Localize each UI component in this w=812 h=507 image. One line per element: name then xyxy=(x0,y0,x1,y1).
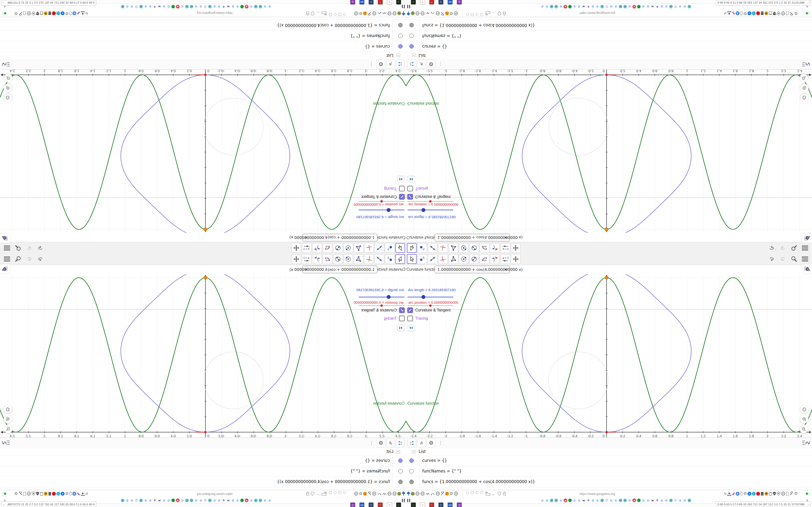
graphics-view[interactable]: -2.4-2.2-2-1.8-1.6-1.4-1.2-1-0.8-0.6-0.4… xyxy=(0,274,406,438)
globe-icon[interactable] xyxy=(415,11,420,16)
square-dot-icon[interactable] xyxy=(471,491,474,494)
ring-dot-icon[interactable] xyxy=(475,13,478,16)
tab-favicon-google-g[interactable]: G xyxy=(213,5,216,8)
algebra-row-curves[interactable]: curves = {} xyxy=(406,455,812,466)
firefox-icon[interactable]: ☄ xyxy=(445,12,449,15)
line-tool[interactable] xyxy=(428,254,438,264)
angle-tool[interactable]: α xyxy=(323,243,332,253)
tab-favicon-info-gray[interactable]: ⓘ xyxy=(674,499,677,502)
tab-favicon-google-g[interactable]: G xyxy=(199,499,203,502)
arc-icon[interactable] xyxy=(430,491,435,496)
kebab-menu-icon[interactable]: ⋮ xyxy=(437,60,445,68)
terminal-app[interactable]: > xyxy=(396,502,401,507)
function-dropdown[interactable]: 1.000000000000 + cos(4.000000000000 x) ▼ xyxy=(302,234,377,241)
globe-icon[interactable] xyxy=(27,11,31,16)
ring-dot-icon[interactable] xyxy=(343,13,346,16)
point-tool[interactable]: A xyxy=(385,243,395,253)
arc-position-slider-knob[interactable] xyxy=(429,200,432,203)
arc-position-slider-knob[interactable] xyxy=(429,304,432,307)
tab-favicon-google-g[interactable]: G xyxy=(559,5,563,8)
tab-favicon-google-g[interactable]: G xyxy=(236,499,239,502)
gear-icon[interactable]: ⚙ xyxy=(450,491,453,496)
polygon-tool[interactable] xyxy=(354,254,363,264)
tab-favicon-purple-flower[interactable]: ❉ xyxy=(655,5,659,8)
tab-favicon-yandex[interactable]: Я xyxy=(564,5,567,8)
point-tool[interactable]: A xyxy=(417,254,427,264)
trash-icon[interactable] xyxy=(48,12,51,15)
pin-blue-icon[interactable] xyxy=(402,491,406,496)
tab-favicon-info-gray[interactable]: ⓘ xyxy=(203,499,207,502)
arrow-cyan-icon[interactable]: ↓ xyxy=(56,12,60,15)
tree-view-icon[interactable] xyxy=(407,60,416,68)
algebra-panel-icon[interactable] xyxy=(802,439,810,447)
tab-favicon-google-g[interactable]: G xyxy=(628,499,631,502)
tab-favicon-google-g[interactable]: G xyxy=(683,5,687,8)
lock-icon[interactable] xyxy=(503,10,506,15)
shield-badge-icon[interactable] xyxy=(32,492,35,496)
search-icon[interactable] xyxy=(14,244,22,251)
shield-dark-icon[interactable]: UO xyxy=(773,11,776,15)
refresh-icon[interactable]: ↻ xyxy=(724,12,727,15)
graphics-stylebar-toggle[interactable] xyxy=(0,233,10,243)
tab-favicon-green-ball[interactable]: ☃ xyxy=(240,499,244,502)
ring-dot-icon[interactable] xyxy=(466,13,469,16)
refresh-icon[interactable]: ↻ xyxy=(85,12,88,15)
url-text[interactable]: https://www.geogebra.org xyxy=(579,11,615,15)
tab-favicon-google-g[interactable]: G xyxy=(181,5,184,8)
redo-icon[interactable] xyxy=(26,256,33,263)
move-tool[interactable] xyxy=(407,243,417,253)
home-button[interactable] xyxy=(800,405,808,413)
record-red-icon[interactable] xyxy=(52,492,56,496)
point-tool[interactable]: A xyxy=(385,254,395,264)
refresh-icon[interactable]: ↻ xyxy=(85,492,88,496)
search-icon[interactable] xyxy=(14,256,22,263)
tab-favicon-globe-teal[interactable]: ◎ xyxy=(121,499,124,502)
tab-favicon-globe-teal[interactable]: ◎ xyxy=(554,499,558,502)
shield-dark-icon[interactable]: UO xyxy=(36,492,39,496)
tab-favicon-google-g[interactable]: G xyxy=(162,499,166,502)
zoom-in-button[interactable] xyxy=(4,415,12,423)
globe-icon[interactable] xyxy=(436,11,440,16)
algebra-row-funcs[interactable]: funcs = {1.000000000000 + cos(4.00000000… xyxy=(0,476,406,488)
display-app[interactable]: D xyxy=(439,0,444,5)
reflect-tool[interactable] xyxy=(490,243,500,253)
tab-favicon-google-g[interactable]: G xyxy=(609,499,613,502)
firefox-app[interactable]: f xyxy=(420,502,425,507)
tab-favicon-yandex[interactable]: Я xyxy=(176,499,180,502)
move-tool[interactable] xyxy=(395,243,405,253)
display-app[interactable]: D xyxy=(368,0,373,5)
line-tool[interactable] xyxy=(428,243,438,253)
olive-circle-icon[interactable]: ◎ xyxy=(411,492,415,496)
olive-circle-icon[interactable]: ◎ xyxy=(411,12,415,15)
gauge-icon[interactable] xyxy=(382,491,387,496)
gauge-icon[interactable] xyxy=(382,11,387,16)
globe-icon[interactable] xyxy=(436,491,440,496)
gear-icon[interactable]: ⚙ xyxy=(794,491,798,496)
tab-favicon-globe-teal[interactable]: ◎ xyxy=(688,5,691,8)
square-dot-icon[interactable] xyxy=(329,13,332,16)
gear-icon[interactable]: ⚙ xyxy=(359,11,362,16)
globe-icon[interactable] xyxy=(415,491,420,496)
fx-icon[interactable]: fx xyxy=(386,439,395,447)
terminal-app[interactable]: > xyxy=(411,0,416,5)
tab-favicon-globe-teal[interactable]: ◎ xyxy=(688,499,691,502)
fx-icon[interactable]: fx xyxy=(417,439,426,447)
tab-favicon-google-g[interactable]: G xyxy=(231,5,235,8)
zoom-out-button[interactable] xyxy=(4,425,12,433)
tree-view-icon[interactable] xyxy=(407,439,416,447)
slider-tool[interactable]: a = 2 xyxy=(302,243,311,253)
chat-app[interactable]: @ xyxy=(457,0,462,5)
tab-favicon-google-g[interactable]: G xyxy=(573,499,576,502)
square-dot-icon[interactable] xyxy=(480,13,483,16)
tab-favicon-google-g[interactable]: G xyxy=(541,5,544,8)
search-icon[interactable] xyxy=(790,244,798,251)
tab-favicon-google-g[interactable]: G xyxy=(628,5,631,8)
home-button[interactable] xyxy=(4,94,12,102)
trash-icon[interactable] xyxy=(48,492,51,496)
zoom-in-button[interactable] xyxy=(4,84,12,92)
conic-tool[interactable] xyxy=(469,243,479,253)
angle-tool[interactable]: α xyxy=(480,243,489,253)
terminal-app[interactable]: > xyxy=(411,502,416,507)
algebra-row-funcNames[interactable]: funcNames = {" "} xyxy=(0,466,406,477)
arc-length-slider-knob[interactable] xyxy=(421,208,425,212)
